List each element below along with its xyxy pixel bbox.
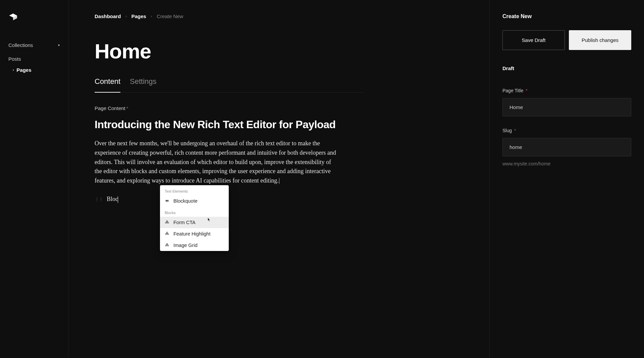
popup-item-blockquote[interactable]: Blockquote: [160, 195, 229, 207]
nav-group-collections[interactable]: Collections ▾: [0, 42, 68, 53]
content-heading[interactable]: Introducing the New Rich Text Editor for…: [95, 118, 364, 131]
rail-heading: Create New: [502, 13, 631, 19]
breadcrumb: Dashboard › Pages › Create New: [95, 13, 364, 19]
url-hint: www.mysite.com/home: [502, 161, 631, 166]
tab-content[interactable]: Content: [95, 77, 120, 93]
block-insert-row: ⋮⋮ Bloc: [95, 196, 364, 203]
page-title-input[interactable]: [502, 98, 631, 116]
publish-button[interactable]: Publish changes: [569, 30, 631, 50]
popup-item-image-grid[interactable]: Image Grid: [160, 240, 229, 251]
block-input-text[interactable]: Bloc: [107, 196, 118, 203]
svg-rect-8: [167, 245, 169, 246]
popup-item-label: Blockquote: [173, 198, 198, 204]
field-label-page-title: Page Title *: [502, 88, 631, 93]
chevron-right-icon: ›: [151, 14, 152, 18]
nav-group-label: Collections: [8, 42, 33, 48]
svg-rect-1: [165, 222, 167, 223]
popup-section-header-text-elements: Text Elements: [160, 185, 229, 195]
tab-settings[interactable]: Settings: [130, 77, 157, 92]
button-row: Save Draft Publish changes: [502, 30, 631, 50]
popup-section-header-blocks: Blocks: [160, 207, 229, 217]
content-body[interactable]: Over the next few months, we'll be under…: [95, 139, 339, 186]
svg-rect-5: [167, 234, 169, 235]
popup-item-feature-highlight[interactable]: Feature Highlight: [160, 228, 229, 240]
breadcrumb-pages[interactable]: Pages: [131, 13, 146, 19]
tabs: Content Settings: [95, 77, 364, 93]
logo-wrap: [0, 13, 68, 42]
popup-item-label: Image Grid: [173, 243, 198, 248]
save-draft-button[interactable]: Save Draft: [502, 30, 565, 50]
svg-rect-3: [166, 232, 168, 233]
quote-icon: [165, 199, 169, 203]
popup-item-form-cta[interactable]: Form CTA: [160, 217, 229, 228]
nav-subitem-pages[interactable]: › Pages: [0, 64, 68, 75]
main-content: Dashboard › Pages › Create New Home Cont…: [68, 0, 490, 358]
chevron-down-icon: ▾: [58, 43, 60, 47]
chevron-right-icon: ›: [125, 14, 126, 18]
popup-item-label: Form CTA: [173, 220, 196, 225]
field-label-slug: Slug *: [502, 128, 631, 133]
svg-rect-0: [166, 221, 168, 222]
logo-icon[interactable]: [8, 13, 18, 22]
svg-rect-4: [165, 234, 167, 235]
popup-item-label: Feature Highlight: [173, 231, 210, 237]
svg-rect-7: [165, 245, 167, 246]
field-label-page-content: Page Content*: [95, 105, 364, 111]
svg-rect-2: [167, 222, 169, 223]
sidebar: Collections ▾ Posts › Pages: [0, 0, 68, 358]
block-icon: [165, 220, 169, 225]
slug-input[interactable]: [502, 138, 631, 156]
right-rail: Create New Save Draft Publish changes Dr…: [490, 0, 644, 358]
page-title: Home: [95, 39, 364, 63]
svg-rect-6: [166, 244, 168, 245]
status-badge: Draft: [502, 65, 631, 71]
slash-command-popup: Text Elements Blockquote Blocks Form CTA…: [160, 185, 229, 251]
main: Dashboard › Pages › Create New Home Cont…: [68, 0, 644, 358]
nav-subitem-label: Pages: [16, 67, 31, 73]
chevron-right-icon: ›: [13, 68, 14, 72]
block-icon: [165, 243, 169, 248]
drag-handle-icon[interactable]: ⋮⋮: [95, 197, 103, 202]
breadcrumb-dashboard[interactable]: Dashboard: [95, 13, 121, 19]
breadcrumb-current: Create New: [157, 13, 183, 19]
nav-item-posts[interactable]: Posts: [0, 53, 68, 64]
block-icon: [165, 232, 169, 236]
